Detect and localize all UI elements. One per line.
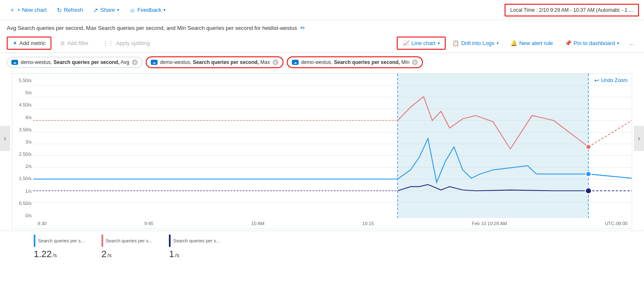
metric-pill-avg[interactable]: ☁ demo-westus, Search queries per second… [7,57,142,68]
pill-max-text: demo-westus, Search queries per second, … [160,59,270,65]
legend-item-max: Search queries per s... 2 /s [102,234,152,260]
legend-color-max [102,234,103,247]
legend-text-avg: Search queries per s... [38,238,85,243]
x-label-4: Feb 10 10:28 AM [472,221,507,226]
y-label-7: 2/s [25,164,32,169]
undo-zoom-button[interactable]: ↩ Undo Zoom [594,77,628,84]
legend-text-max: Search queries per s... [106,238,152,243]
chart-plot: ↩ Undo Zoom 9:30 9:45 10 AM 10:15 Feb 10… [33,74,632,229]
splitting-icon: ⋮⋮ [103,40,114,46]
pin-label: Pin to dashboard [574,40,615,46]
svg-point-14 [586,144,591,149]
x-label-0: 9:30 [37,221,46,226]
feedback-button[interactable]: ☺ Feedback ▾ [125,4,170,16]
chart-wrapper: ‹ › 5.50/s 5/s 4.50/s 4/s 3.50/s 3/s 2.5… [0,73,644,229]
feedback-label: Feedback [137,7,161,13]
top-toolbar: ＋ + New chart ↻ Refresh ↗ Share ▾ ☺ Feed… [0,0,644,20]
share-button[interactable]: ↗ Share ▾ [89,4,123,16]
legend-unit-avg: /s [53,252,57,258]
legend-color-min [169,234,171,247]
new-alert-rule-button[interactable]: 🔔 New alert rule [505,37,558,49]
nav-arrow-right[interactable]: › [634,126,644,151]
legend-value-avg: 1.22 [34,249,52,260]
chart-svg [33,74,632,218]
legend-unit-min: /s [175,252,179,258]
y-label-1: 5/s [25,90,32,95]
alert-icon: 🔔 [510,40,517,46]
add-filter-button[interactable]: ⊘ Add filter [55,37,94,49]
legend-label-avg: Search queries per s... [34,234,85,247]
drill-logs-label: Drill into Logs [461,40,494,46]
time-range-button[interactable]: Local Time : 2/10 9:29 AM - 10:37 AM (Au… [505,4,639,16]
y-label-6: 2.50/s [19,151,32,157]
feedback-icon: ☺ [129,7,135,13]
x-label-1: 9:45 [144,221,153,226]
apply-splitting-button[interactable]: ⋮⋮ Apply splitting [97,37,155,49]
y-label-0: 5.50/s [19,78,32,83]
metric-pill-min[interactable]: ☁ demo-westus, Search queries per second… [287,56,423,68]
svg-point-16 [585,188,591,194]
drill-logs-chevron-icon: ▾ [497,41,499,45]
svg-point-15 [586,172,591,177]
edit-icon[interactable]: ✏ [300,24,305,31]
pill-min-close[interactable]: × [412,59,418,65]
pin-icon: 📌 [565,40,572,46]
add-metric-button[interactable]: ✦ Add metric [7,37,51,50]
add-filter-label: Add filter [67,40,88,46]
y-label-8: 1.50/s [19,176,32,181]
x-label-2: 10 AM [251,221,265,226]
undo-icon: ↩ [594,77,599,84]
chart-title: Avg Search queries per second, Max Searc… [7,25,297,31]
pill-avg-text: demo-westus, Search queries per second, … [21,59,129,65]
new-chart-label: + New chart [17,7,47,13]
y-label-2: 4.50/s [19,102,32,107]
drill-into-logs-button[interactable]: 📋 Drill into Logs ▾ [447,37,504,49]
x-label-3: 10:15 [362,221,374,226]
pill-avg-close[interactable]: × [132,59,138,65]
line-chart-chevron-icon: ▾ [438,41,440,45]
nav-arrow-left[interactable]: ‹ [0,126,10,151]
more-icon: ... [629,40,634,46]
svg-rect-11 [398,74,588,218]
share-chevron-icon: ▾ [117,8,119,12]
chart-type-button[interactable]: 📈 Line chart ▾ [397,37,446,50]
metric-pills-area: ☁ demo-westus, Search queries per second… [0,53,644,72]
refresh-button[interactable]: ↻ Refresh [53,4,88,16]
filter-icon: ⊘ [60,40,65,46]
undo-zoom-label: Undo Zoom [601,77,628,83]
pin-dashboard-button[interactable]: 📌 Pin to dashboard ▾ [560,37,624,49]
line-chart-label: Line chart [412,40,436,46]
chart-title-area: Avg Search queries per second, Max Searc… [0,20,644,34]
pill-max-close[interactable]: × [273,59,278,65]
legend-label-max: Search queries per s... [102,234,152,247]
cloud-icon-min: ☁ [292,60,299,65]
time-range-label: Local Time : 2/10 9:29 AM - 10:37 AM (Au… [510,7,633,13]
y-label-10: 0.50/s [19,201,32,206]
add-metric-icon: ✦ [13,40,17,46]
metrics-toolbar: ✦ Add metric ⊘ Add filter ⋮⋮ Apply split… [0,34,644,53]
pin-chevron-icon: ▾ [617,41,619,45]
share-icon: ↗ [93,7,98,13]
add-metric-label: Add metric [19,40,45,46]
legend-text-min: Search queries per s... [173,238,220,243]
refresh-label: Refresh [64,7,83,13]
y-label-5: 3/s [25,139,32,144]
y-label-3: 4/s [25,115,32,120]
x-label-5: UTC-08:00 [605,221,628,226]
new-chart-icon: ＋ [9,6,15,14]
new-chart-button[interactable]: ＋ + New chart [5,4,51,16]
legend-color-avg [34,234,35,247]
refresh-icon: ↻ [57,7,62,13]
y-label-11: 0/s [25,213,32,218]
drill-logs-icon: 📋 [452,40,459,46]
y-axis: 5.50/s 5/s 4.50/s 4/s 3.50/s 3/s 2.50/s … [12,74,33,229]
more-options-button[interactable]: ... [626,37,637,49]
metric-pill-max[interactable]: ☁ demo-westus, Search queries per second… [146,56,283,68]
share-label: Share [100,7,115,13]
cloud-icon-avg: ☁ [11,60,18,65]
new-alert-label: New alert rule [519,40,553,46]
legend-unit-max: /s [107,252,112,258]
chart-container: 5.50/s 5/s 4.50/s 4/s 3.50/s 3/s 2.50/s … [12,73,632,229]
legend-value-min: 1 [169,249,174,260]
cloud-icon-max: ☁ [151,60,158,65]
